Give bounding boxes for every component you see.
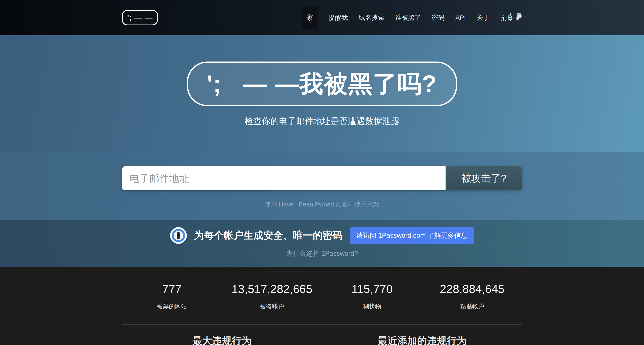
keyhole-icon (177, 232, 180, 239)
onepassword-icon (170, 227, 187, 244)
nav-item-api[interactable]: API (456, 7, 466, 28)
hero-section: '; — —我被黑了吗? 检查你的电子邮件地址是否遭遇数据泄露 (0, 35, 644, 152)
recent-breaches-heading: 最近添加的违规行为 (322, 334, 522, 345)
nav-item-domain-search[interactable]: 域名搜索 (358, 6, 384, 29)
paypal-icon (515, 13, 522, 23)
nav-item-donate-label: 捐 (500, 13, 507, 22)
onepassword-message: 为每个帐户生成安全、唯一的密码 (194, 229, 343, 242)
stat-value: 777 (122, 282, 222, 296)
terms-prefix-text: 使用 Have I Been Pwned 须遵守 (264, 201, 354, 208)
stat-label: 被黑的网站 (122, 303, 222, 311)
main-nav: 家 提醒我 域名搜索 谁被黑了 密码 API 关于 捐 B (302, 6, 522, 30)
onepassword-cta-button[interactable]: 请访问 1Password.com 了解更多信息 (350, 227, 474, 244)
nav-item-passwords[interactable]: 密码 (432, 6, 445, 29)
nav-item-donate[interactable]: 捐 B (500, 6, 522, 30)
pwned-search-button[interactable]: 被攻击了? (446, 166, 522, 190)
stat-label: 被盗账户 (222, 303, 322, 311)
terms-of-use-line: 使用 Have I Been Pwned 须遵守使用条款 (0, 200, 644, 209)
hibp-logo-text: '; — — (127, 13, 153, 22)
stat-label: 粘贴帐户 (422, 303, 522, 311)
stats-row: 777 被黑的网站 13,517,282,665 被盗账户 115,770 糊状… (122, 282, 522, 311)
nav-item-about[interactable]: 关于 (476, 6, 490, 29)
nav-item-home[interactable]: 家 (302, 6, 318, 29)
email-search-input[interactable] (122, 166, 446, 190)
hero-subtitle: 检查你的电子邮件地址是否遭遇数据泄露 (0, 115, 644, 127)
stat-pwned-accounts: 13,517,282,665 被盗账户 (222, 282, 322, 311)
search-box: 被攻击了? (122, 166, 522, 190)
hero-title-box: '; — —我被黑了吗? (187, 61, 458, 106)
stat-pwned-websites: 777 被黑的网站 (122, 282, 222, 311)
section-divider (122, 324, 522, 325)
stat-value: 228,884,645 (422, 282, 522, 296)
nav-item-notify-me[interactable]: 提醒我 (328, 6, 348, 29)
top-navigation-bar: '; — — 家 提醒我 域名搜索 谁被黑了 密码 API 关于 捐 B (0, 0, 644, 35)
stat-value: 13,517,282,665 (222, 282, 322, 296)
hibp-logo[interactable]: '; — — (122, 10, 158, 25)
page-title: '; — —我被黑了吗? (207, 68, 437, 100)
stat-value: 115,770 (322, 282, 422, 296)
stats-section: 777 被黑的网站 13,517,282,665 被盗账户 115,770 糊状… (0, 267, 644, 345)
search-section: 被攻击了? 使用 Have I Been Pwned 须遵守使用条款 (0, 152, 644, 220)
nav-item-who-got-pwned[interactable]: 谁被黑了 (395, 6, 421, 29)
onepassword-banner: 为每个帐户生成安全、唯一的密码 请访问 1Password.com 了解更多信息… (0, 220, 644, 267)
largest-breaches-heading: 最大违规行为 (122, 334, 322, 345)
stat-pastes: 115,770 糊状物 (322, 282, 422, 311)
terms-of-use-link[interactable]: 使用条款 (354, 201, 380, 208)
stat-paste-accounts: 228,884,645 粘贴帐户 (422, 282, 522, 311)
bitcoin-icon: B (508, 14, 513, 21)
why-onepassword-link[interactable]: 为什么选择 1Password? (286, 250, 358, 257)
stat-label: 糊状物 (322, 303, 422, 311)
